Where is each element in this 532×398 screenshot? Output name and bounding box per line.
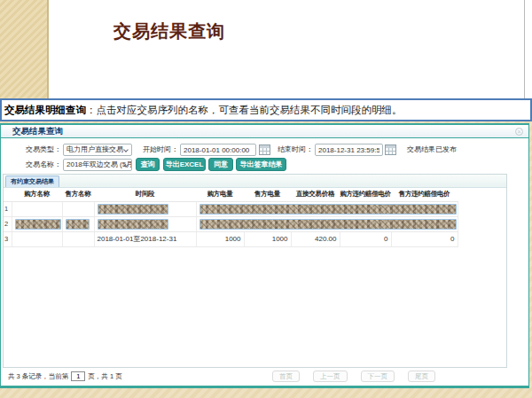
export-excel-button[interactable]: 导出EXCEL: [163, 158, 206, 171]
agree-button[interactable]: 同意: [208, 158, 233, 171]
redacted-cell: [200, 204, 457, 215]
redacted-cell: [200, 219, 457, 230]
right-divider-line: [524, 0, 525, 99]
cell-buy-penalty: 0: [340, 231, 391, 246]
next-page-button[interactable]: 下一页: [361, 371, 395, 382]
trade-type-value: 电力用户直接交易: [66, 145, 123, 153]
start-time-label: 开始时间：: [127, 144, 178, 156]
pagination-footer: 共 3 条记录，当前第 页，共 1 页 首页 上一页 下一页 尾页: [1, 368, 528, 386]
row-number: 1: [4, 201, 12, 216]
cell-period[interactable]: [94, 201, 196, 216]
redacted-cell: [66, 219, 90, 230]
cell-seller-name: [62, 201, 94, 216]
row-number: 3: [4, 231, 12, 246]
redacted-cell: [98, 219, 168, 230]
pagination-buttons: 首页 上一页 下一页 尾页: [272, 371, 435, 382]
trade-name-select[interactable]: 2018年双边交易 (5月培训: [63, 159, 132, 171]
cell-seller-name[interactable]: [62, 216, 94, 231]
results-tab-strip: 有约束交易结果: [4, 175, 506, 188]
query-form: 交易类型： 电力用户直接交易 开始时间： 结束时间： 交易结果已发布 交易名称：…: [1, 139, 528, 175]
end-time-label: 结束时间：: [262, 144, 313, 156]
prev-page-button[interactable]: 上一页: [313, 371, 348, 382]
result-status-text: 交易结果已发布: [407, 144, 457, 156]
summary-suffix: 页，共 1 页: [88, 372, 121, 381]
cell-buyer-name: [12, 231, 62, 246]
col-period: 时间段: [94, 188, 196, 201]
cell-buyer-name: [12, 201, 62, 216]
cell-period[interactable]: [94, 216, 196, 231]
cell-price: 420.00: [291, 231, 340, 246]
redacted-cell: [98, 204, 168, 215]
table-row: 2: [4, 216, 458, 231]
collapse-icon[interactable]: ×: [515, 128, 523, 136]
results-table: 购方名称 售方名称 时间段 购方电量 售方电量 直接交易价格 购方违约赔偿电价 …: [4, 188, 458, 247]
record-summary: 共 3 条记录，当前第 页，共 1 页: [8, 371, 122, 381]
row-number: 2: [4, 216, 12, 231]
first-page-button[interactable]: 首页: [272, 371, 300, 382]
row-number-header: [4, 188, 12, 201]
page-number-input[interactable]: [71, 371, 85, 381]
cell-sell-qty: 1000: [244, 231, 291, 246]
screen: 交易结果查询 交易结果明细查询：点击对应交易序列的名称，可查看当前交易结果不同时…: [0, 0, 532, 398]
cell-sell-penalty: 0: [391, 231, 458, 246]
end-time-input[interactable]: [315, 144, 383, 156]
query-panel: 交易结果查询 × 交易类型： 电力用户直接交易 开始时间： 结束时间： 交易结果…: [0, 123, 529, 388]
trade-name-label: 交易名称：: [10, 159, 61, 171]
cell-seller-name: [62, 231, 94, 246]
cell-values: [196, 216, 458, 231]
results-table-container: 有约束交易结果 购方名称 售方名称 时间段 购方电量 售方电量 直接交易价格 购…: [3, 174, 507, 368]
cell-values: [196, 201, 458, 216]
cell-buy-qty: 1000: [196, 231, 244, 246]
panel-title: 交易结果查询: [12, 126, 63, 137]
col-buyer-name: 购方名称: [12, 188, 62, 201]
col-sell-penalty: 售方违约赔偿电价: [391, 188, 458, 201]
table-row: 3 2018-01-01至2018-12-31 1000 1000 420.00…: [4, 231, 458, 246]
trade-type-label: 交易类型：: [10, 144, 61, 156]
col-buy-penalty: 购方违约赔偿电价: [340, 188, 391, 201]
page-title: 交易结果查询: [113, 20, 225, 43]
table-header-row: 购方名称 售方名称 时间段 购方电量 售方电量 直接交易价格 购方违约赔偿电价 …: [4, 188, 458, 201]
col-price: 直接交易价格: [291, 188, 340, 201]
notice-text: ：点击对应交易序列的名称，可查看当前交易结果不同时间段的明细。: [86, 104, 403, 117]
top-content-area: [49, 0, 532, 99]
summary-prefix: 共 3 条记录，当前第: [8, 372, 68, 381]
cell-buyer-name[interactable]: [12, 216, 62, 231]
notice-label: 交易结果明细查询: [4, 104, 86, 117]
panel-header: 交易结果查询 ×: [1, 125, 528, 138]
cell-period[interactable]: 2018-01-01至2018-12-31: [94, 231, 196, 246]
query-button[interactable]: 查询: [136, 158, 160, 171]
left-margin-strip: [0, 0, 49, 99]
tab-constrained-results[interactable]: 有约束交易结果: [5, 176, 59, 187]
start-time-input[interactable]: [180, 144, 256, 156]
table-row: 1: [4, 201, 458, 216]
redacted-cell: [15, 219, 61, 230]
col-seller-name: 售方名称: [62, 188, 94, 201]
last-page-button[interactable]: 尾页: [408, 371, 435, 382]
notice-banner: 交易结果明细查询：点击对应交易序列的名称，可查看当前交易结果不同时间段的明细。: [0, 98, 532, 121]
col-buy-qty: 购方电量: [196, 188, 244, 201]
export-signed-button[interactable]: 导出签章结果: [236, 158, 286, 171]
col-sell-qty: 售方电量: [244, 188, 291, 201]
trade-type-select[interactable]: 电力用户直接交易: [63, 144, 132, 156]
calendar-icon[interactable]: [385, 144, 396, 155]
